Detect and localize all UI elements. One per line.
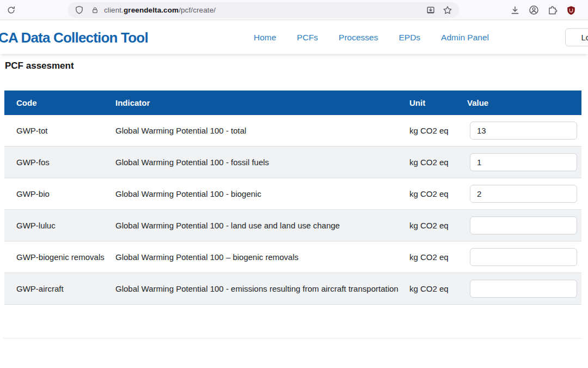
lock-icon[interactable] bbox=[91, 6, 99, 14]
row-value-cell bbox=[467, 122, 581, 140]
row-code: GWP-aircraft bbox=[4, 284, 115, 293]
table-body: GWP-tot Global Warming Potential 100 - t… bbox=[4, 115, 581, 305]
value-input[interactable] bbox=[470, 185, 577, 203]
table-row: GWP-luluc Global Warming Potential 100 -… bbox=[4, 210, 581, 242]
value-input[interactable] bbox=[470, 216, 577, 234]
table-row: GWP-bio Global Warming Potential 100 - b… bbox=[4, 178, 581, 210]
row-code: GWP-fos bbox=[4, 158, 115, 167]
value-input[interactable] bbox=[470, 153, 577, 171]
download-icon bbox=[510, 5, 520, 15]
table-header-row: Code Indicator Unit Value bbox=[4, 91, 581, 115]
column-header-indicator: Indicator bbox=[115, 98, 409, 107]
row-value-cell bbox=[467, 153, 581, 171]
row-unit: kg CO2 eq bbox=[409, 221, 467, 230]
row-indicator: Global Warming Potential 100 - total bbox=[115, 126, 409, 135]
row-unit: kg CO2 eq bbox=[409, 189, 467, 198]
column-header-code: Code bbox=[4, 98, 115, 107]
row-code: GWP-luluc bbox=[4, 221, 115, 230]
footer-divider bbox=[3, 338, 581, 339]
downloads-button[interactable] bbox=[510, 5, 520, 15]
url-prefix: client. bbox=[104, 6, 124, 14]
url-domain: greendelta.com bbox=[124, 6, 179, 14]
row-code: GWP-bio bbox=[4, 189, 115, 198]
row-code: GWP-biogenic removals bbox=[4, 252, 115, 262]
account-button[interactable] bbox=[529, 5, 539, 15]
row-code: GWP-tot bbox=[4, 126, 115, 135]
nav-link-processes[interactable]: Processes bbox=[339, 33, 378, 43]
reload-button[interactable] bbox=[4, 3, 17, 16]
row-unit: kg CO2 eq bbox=[409, 252, 467, 262]
row-indicator: Global Warming Potential 100 - land use … bbox=[115, 221, 409, 230]
site-header: CA Data Collection Tool Home PCFs Proces… bbox=[0, 21, 588, 54]
save-page-button[interactable] bbox=[426, 5, 436, 15]
logout-button[interactable]: Log bbox=[565, 28, 588, 46]
nav-link-epds[interactable]: EPDs bbox=[399, 33, 420, 43]
row-value-cell bbox=[467, 185, 581, 203]
address-bar[interactable]: client.greendelta.com/pcf/create/ bbox=[68, 2, 459, 18]
bookmark-star-button[interactable] bbox=[443, 5, 452, 15]
extensions-puzzle-icon bbox=[548, 5, 558, 15]
nav-link-home[interactable]: Home bbox=[254, 33, 276, 43]
row-value-cell bbox=[467, 248, 581, 266]
row-value-cell bbox=[467, 216, 581, 234]
reload-icon bbox=[7, 5, 16, 15]
row-indicator: Global Warming Potential 100 - biogenic bbox=[115, 189, 409, 198]
row-indicator: Global Warming Potential 100 - emissions… bbox=[115, 284, 409, 293]
tracking-shield-icon[interactable] bbox=[75, 5, 84, 15]
row-indicator: Global Warming Potential 100 – biogenic … bbox=[115, 252, 409, 262]
table-row: GWP-fos Global Warming Potential 100 - f… bbox=[4, 147, 581, 178]
nav-link-pcfs[interactable]: PCFs bbox=[297, 33, 318, 43]
row-unit: kg CO2 eq bbox=[409, 158, 467, 167]
column-header-unit: Unit bbox=[409, 98, 467, 107]
bookmark-star-icon bbox=[443, 5, 452, 15]
ublock-shield-icon bbox=[566, 5, 576, 15]
value-input[interactable] bbox=[470, 280, 577, 298]
extensions-button[interactable] bbox=[548, 5, 558, 15]
table-row: GWP-biogenic removals Global Warming Pot… bbox=[4, 242, 581, 273]
value-input[interactable] bbox=[470, 248, 577, 266]
browser-toolbar: client.greendelta.com/pcf/create/ bbox=[0, 0, 588, 20]
row-unit: kg CO2 eq bbox=[409, 284, 467, 293]
main-nav: Home PCFs Processes EPDs Admin Panel bbox=[254, 21, 489, 54]
toolbar-actions bbox=[510, 0, 576, 20]
url-path: /pcf/create/ bbox=[179, 6, 216, 14]
row-indicator: Global Warming Potential 100 - fossil fu… bbox=[115, 158, 409, 167]
url-text: client.greendelta.com/pcf/create/ bbox=[104, 6, 216, 14]
column-header-value: Value bbox=[467, 98, 581, 107]
save-page-icon bbox=[426, 5, 436, 15]
ublock-button[interactable] bbox=[566, 5, 576, 15]
account-icon bbox=[529, 5, 539, 15]
row-unit: kg CO2 eq bbox=[409, 126, 467, 135]
address-bar-actions bbox=[426, 5, 452, 15]
pcf-table: Code Indicator Unit Value GWP-tot Global… bbox=[4, 91, 581, 305]
site-brand[interactable]: CA Data Collection Tool bbox=[0, 29, 148, 46]
browser-window: { "browser": { "url_prefix": "client.", … bbox=[0, 0, 588, 368]
nav-link-admin-panel[interactable]: Admin Panel bbox=[441, 33, 489, 43]
row-value-cell bbox=[467, 280, 581, 298]
table-row: GWP-tot Global Warming Potential 100 - t… bbox=[4, 115, 581, 147]
page-title: PCF assesment bbox=[5, 61, 74, 71]
value-input[interactable] bbox=[470, 122, 577, 140]
table-row: GWP-aircraft Global Warming Potential 10… bbox=[4, 273, 581, 305]
